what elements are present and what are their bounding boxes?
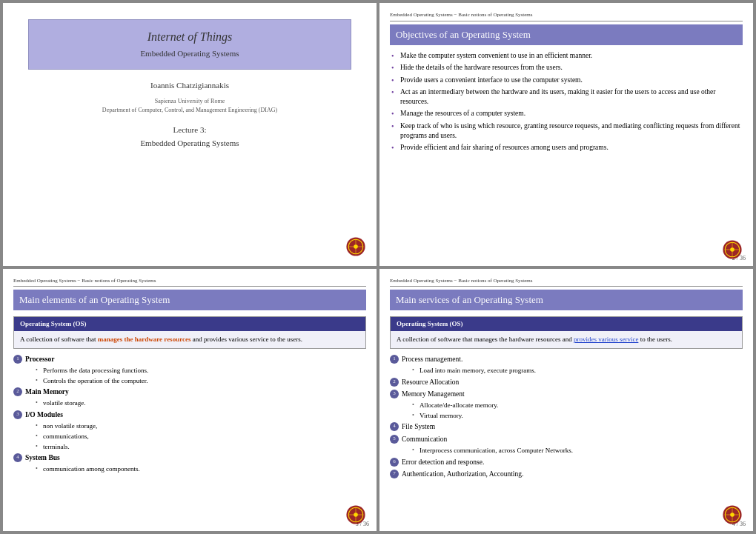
sub-item: terminals. xyxy=(34,442,366,452)
slide3-os-box: Operating System (OS) A collection of so… xyxy=(13,316,366,348)
numbered-item: 6 Error detection and response. xyxy=(390,458,743,467)
sub-item: Interprocess communication, across Compu… xyxy=(411,446,743,455)
sub-item: communication among components. xyxy=(34,464,366,474)
slide1-main-title: Internet of Things xyxy=(44,29,336,45)
bullet-item: Hide the details of the hardware resourc… xyxy=(390,63,743,73)
sub-list: Interprocess communication, across Compu… xyxy=(402,446,743,455)
slide-3: Embedded Operating Systems − Basic notio… xyxy=(3,269,377,532)
bullet-item: Make the computer system convenient to u… xyxy=(390,51,743,61)
sub-item: Controls the operation of the computer. xyxy=(34,376,366,386)
slide3-breadcrumb: Embedded Operating Systems − Basic notio… xyxy=(13,278,366,287)
numbered-item: 4 System Bus communication among compone… xyxy=(13,453,366,474)
sub-list: Allocate/de-allocate memory. Virtual mem… xyxy=(402,401,743,420)
slide1-logo xyxy=(345,236,366,257)
highlight-manages: manages the hardware resources xyxy=(98,336,191,343)
os-box-body: A collection of software that manages th… xyxy=(14,331,365,348)
sub-item: volatile storage. xyxy=(34,398,366,408)
slide1-header-box: Internet of Things Embedded Operating Sy… xyxy=(28,19,351,70)
breadcrumb-text: Embedded Operating Systems − Basic notio… xyxy=(13,278,156,285)
slide1-lecture: Lecture 3: Embedded Operating Systems xyxy=(13,124,366,150)
numbered-item: 2 Main Memory volatile storage. xyxy=(13,387,366,408)
numbered-item: 7 Authentication, Authorization, Account… xyxy=(390,470,743,479)
sub-item: communications, xyxy=(34,432,366,441)
slide-4: Embedded Operating Systems − Basic notio… xyxy=(379,269,753,532)
bullet-item: Act as an intermediary between the hardw… xyxy=(390,87,743,107)
bullet-item: Manage the resources of a computer syste… xyxy=(390,109,743,119)
numbered-item: 5 Communication Interprocess communicati… xyxy=(390,435,743,455)
slide4-os-box: Operating System (OS) A collection of so… xyxy=(390,316,743,348)
slide1-affiliation: Sapienza University of Rome Department o… xyxy=(13,97,366,115)
os-box-header: Operating System (OS) xyxy=(391,317,742,331)
numbered-item: 1 Processor Performs the data processing… xyxy=(13,355,366,385)
sub-item: Performs the data processing functions. xyxy=(34,366,366,376)
sub-list: volatile storage. xyxy=(25,398,366,408)
slide3-title: Main elements of an Operating System xyxy=(13,290,366,310)
sub-item: non volatile storage, xyxy=(34,421,366,431)
lecture-line2: Embedded Operating Systems xyxy=(13,137,366,150)
numbered-item: 3 Memory Management Allocate/de-allocate… xyxy=(390,390,743,420)
slide1-author: Ioannis Chatzigiannakis xyxy=(13,80,366,91)
slide2-title: Objectives of an Operating System xyxy=(390,24,743,45)
os-box-header: Operating System (OS) xyxy=(14,317,365,331)
sub-list: non volatile storage, communications, te… xyxy=(25,421,366,451)
slide4-title: Main services of an Operating System xyxy=(390,290,743,310)
slide-2: Embedded Operating Systems − Basic notio… xyxy=(379,3,753,266)
sub-item: Virtual memory. xyxy=(411,411,743,421)
slide1-body: Ioannis Chatzigiannakis Sapienza Univers… xyxy=(13,80,366,150)
bullet-item: Keep track of who is using which resourc… xyxy=(390,121,743,141)
slide2-bullets: Make the computer system convenient to u… xyxy=(390,51,743,153)
slide4-logo xyxy=(722,504,743,525)
numbered-item: 2 Resource Allocation xyxy=(390,378,743,387)
slide-1: Internet of Things Embedded Operating Sy… xyxy=(3,3,377,266)
affiliation-line2: Department of Computer, Control, and Man… xyxy=(13,106,366,115)
slide3-logo xyxy=(345,504,366,525)
sub-item: Allocate/de-allocate memory. xyxy=(411,401,743,410)
sub-list: Performs the data processing functions. … xyxy=(25,366,366,385)
bullet-item: Provide efficient and fair sharing of re… xyxy=(390,143,743,153)
slide4-breadcrumb: Embedded Operating Systems − Basic notio… xyxy=(390,278,743,287)
lecture-line1: Lecture 3: xyxy=(13,124,366,137)
os-box-body: A collection of software that manages th… xyxy=(391,331,742,348)
slide2-logo xyxy=(722,239,743,260)
highlight-service: provides various service xyxy=(574,336,638,343)
numbered-item: 1 Process management. Load into main mem… xyxy=(390,355,743,376)
bullet-item: Provide users a convenient interface to … xyxy=(390,76,743,85)
breadcrumb-text: Embedded Operating Systems − Basic notio… xyxy=(390,278,533,285)
sub-item: Load into main memory, execute programs. xyxy=(411,366,743,376)
sub-list: communication among components. xyxy=(25,464,366,474)
numbered-item: 3 I/O Modules non volatile storage, comm… xyxy=(13,410,366,451)
slide4-numbered-list: 1 Process management. Load into main mem… xyxy=(390,355,743,479)
slide2-breadcrumb: Embedded Operating Systems − Basic notio… xyxy=(390,12,743,21)
numbered-item: 4 File System xyxy=(390,422,743,432)
slide1-subtitle: Embedded Operating Systems xyxy=(44,48,336,59)
slide3-numbered-list: 1 Processor Performs the data processing… xyxy=(13,355,366,474)
breadcrumb-text: Embedded Operating Systems − Basic notio… xyxy=(390,12,533,19)
affiliation-line1: Sapienza University of Rome xyxy=(13,97,366,106)
sub-list: Load into main memory, execute programs. xyxy=(402,366,743,376)
